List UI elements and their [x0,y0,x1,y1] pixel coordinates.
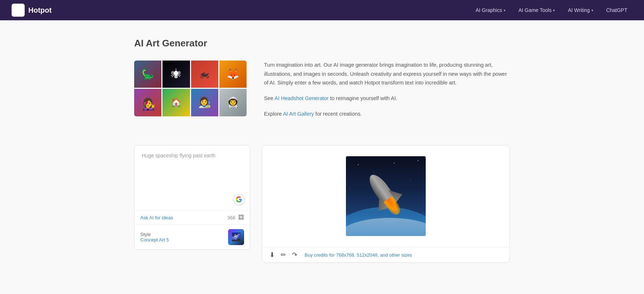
brand[interactable]: Hotpot [12,4,51,17]
gallery-cell: 🦕 [134,61,161,88]
generator-toolbar: Ask AI for ideas 368 🖼 [135,211,250,225]
intro-description: Turn imagination into art. Our AI image … [264,61,510,87]
nav-chatgpt[interactable]: ChatGPT [601,4,632,16]
logo-icon [12,4,25,17]
generated-image-panel: ⬇ ✏ ↷ Buy credits for 768x768, 512x2048,… [262,145,510,263]
style-label: Style [140,232,224,237]
intro-text: Turn imagination into art. Our AI image … [264,61,510,125]
gallery-cell: 🦊 [219,61,247,88]
main-content: AI Art Generator 🦕 🕷 🏍 🦊 👩‍🎤 [123,20,521,280]
share-icon[interactable]: ↷ [292,251,297,259]
page-title: AI Art Generator [134,38,510,49]
brand-name: Hotpot [28,6,51,15]
intro-headshot: See AI Headshot Generator to reimagine y… [264,94,510,103]
svg-point-1 [18,9,18,10]
gallery-grid: 🦕 🕷 🏍 🦊 👩‍🎤 🏠 👩‍🎨 [134,61,247,116]
nav-ai-game-tools[interactable]: AI Game Tools ▾ [513,4,560,16]
svg-point-0 [16,9,17,10]
style-section: Style Concept Art 5 🌌 [135,225,250,249]
intro-gallery: 🦕 🕷 🏍 🦊 👩‍🎤 🏠 👩‍🎨 [134,61,247,125]
style-thumbnail: 🌌 [228,229,244,245]
style-label-area: Style Concept Art 5 [140,232,224,243]
gallery-cell: 👨‍🚀 [219,89,247,116]
image-actions: ⬇ ✏ ↷ Buy credits for 768x768, 512x2048,… [262,247,509,262]
style-value[interactable]: Concept Art 5 [140,237,224,243]
edit-icon[interactable]: ✏ [281,251,286,259]
navbar: Hotpot AI Graphics ▾ AI Game Tools ▾ AI … [0,0,644,20]
char-count: 368 [227,215,235,220]
headshot-link[interactable]: AI Headshot Generator [274,95,329,101]
nav-ai-graphics[interactable]: AI Graphics ▾ [471,4,511,16]
svg-point-2 [19,9,20,10]
buy-credits-link[interactable]: Buy credits for 768x768, 512x2048, and o… [305,252,412,258]
ask-ai-link[interactable]: Ask AI for ideas [140,215,224,220]
gallery-cell: 🕷 [162,61,190,88]
nav-ai-writing[interactable]: AI Writing ▾ [563,4,598,16]
generated-image [346,156,426,236]
chevron-down-icon: ▾ [553,8,555,12]
nav-links: AI Graphics ▾ AI Game Tools ▾ AI Writing… [471,4,633,16]
image-upload-icon[interactable]: 🖼 [238,214,244,221]
generator-section: Huge spaceship flying past earth Ask AI … [134,145,510,263]
intro-section: 🦕 🕷 🏍 🦊 👩‍🎤 🏠 👩‍🎨 [134,61,510,125]
chevron-down-icon: ▾ [591,8,593,12]
generated-image-container [262,145,509,247]
chevron-down-icon: ▾ [504,8,505,12]
gallery-link[interactable]: AI Art Gallery [283,111,314,117]
prompt-panel: Huge spaceship flying past earth Ask AI … [134,145,250,250]
gallery-cell: 👩‍🎨 [191,89,218,116]
prompt-area[interactable]: Huge spaceship flying past earth [135,145,250,211]
gallery-cell: 👩‍🎤 [134,89,161,116]
download-icon[interactable]: ⬇ [269,251,275,259]
gallery-cell: 🏍 [191,61,218,88]
google-badge [233,194,245,205]
intro-gallery-link: Explore AI Art Gallery for recent creati… [264,109,510,119]
gallery-cell: 🏠 [162,89,190,116]
prompt-input[interactable]: Huge spaceship flying past earth [142,152,243,160]
